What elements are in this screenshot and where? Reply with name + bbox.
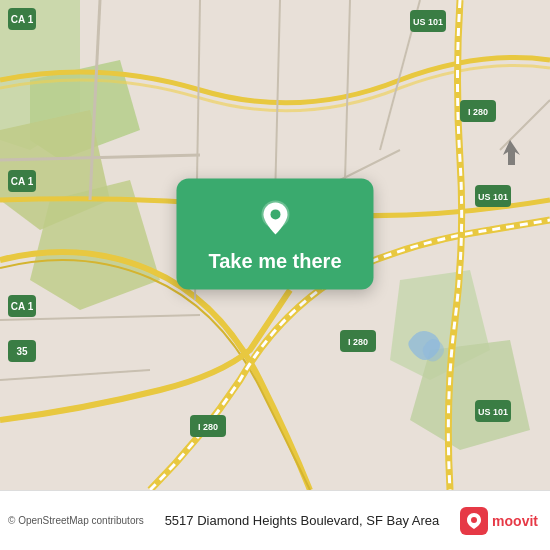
svg-text:I 280: I 280 [468,107,488,117]
osm-attribution: © OpenStreetMap contributors [8,515,144,526]
svg-text:US 101: US 101 [478,192,508,202]
svg-point-39 [270,209,280,219]
moovit-logo: moovit [460,507,538,535]
address-label: 5517 Diamond Heights Boulevard, SF Bay A… [144,513,460,528]
svg-point-41 [471,517,477,523]
svg-text:CA 1: CA 1 [11,301,34,312]
svg-text:I 280: I 280 [198,422,218,432]
cta-card[interactable]: Take me there [176,178,373,289]
location-pin-icon [253,196,297,240]
moovit-label: moovit [492,513,538,529]
moovit-icon [460,507,488,535]
svg-text:CA 1: CA 1 [11,176,34,187]
footer-bar: © OpenStreetMap contributors 5517 Diamon… [0,490,550,550]
svg-text:CA 1: CA 1 [11,14,34,25]
svg-text:US 101: US 101 [478,407,508,417]
svg-text:I 280: I 280 [348,337,368,347]
take-me-there-button[interactable]: Take me there [208,250,341,273]
svg-text:US 101: US 101 [413,17,443,27]
map-view: CA 1 CA 1 CA 1 35 US 101 US 101 US 101 I… [0,0,550,490]
svg-text:35: 35 [16,346,28,357]
